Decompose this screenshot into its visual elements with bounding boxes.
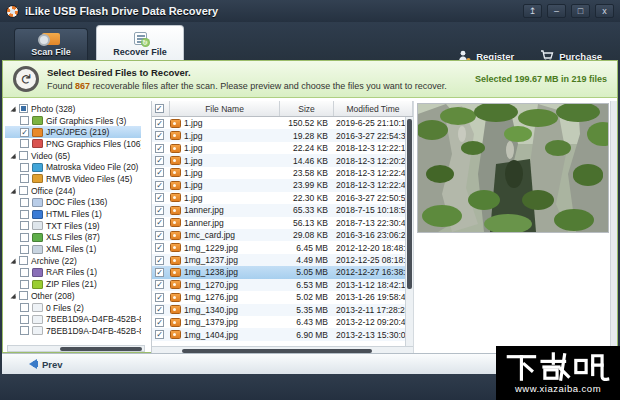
tree-item-other-208[interactable]: Other (208) bbox=[5, 290, 141, 302]
tree-item-zip-files-21[interactable]: ZIP Files (21) bbox=[5, 278, 141, 290]
expand-triangle-icon[interactable] bbox=[11, 106, 16, 111]
tree-checkbox[interactable] bbox=[19, 186, 28, 195]
tab-scan-file[interactable]: Scan File bbox=[14, 28, 88, 60]
tree-checkbox[interactable] bbox=[20, 163, 29, 172]
row-checkbox[interactable]: ✓ bbox=[155, 193, 164, 202]
tree-item-png-graphics-files-106[interactable]: PNG Graphics Files (106) bbox=[5, 138, 141, 150]
table-row[interactable]: ✓1.jpg22.30 KB2016-3-27 22:50:50 bbox=[152, 192, 413, 204]
tree-checkbox[interactable] bbox=[20, 233, 29, 242]
row-checkbox[interactable]: ✓ bbox=[155, 218, 164, 227]
expand-triangle-icon[interactable] bbox=[11, 188, 16, 193]
tree-checkbox[interactable] bbox=[20, 315, 29, 324]
tree-checkbox[interactable] bbox=[20, 116, 29, 125]
table-row[interactable]: ✓1.jpg14.46 KB2018-12-3 12:20:28 bbox=[152, 154, 413, 166]
row-checkbox[interactable]: ✓ bbox=[155, 156, 164, 165]
row-checkbox[interactable]: ✓ bbox=[155, 280, 164, 289]
tree-item-rmvb-video-files-45[interactable]: RMVB Video Files (45) bbox=[5, 173, 141, 185]
row-checkbox[interactable]: ✓ bbox=[155, 330, 164, 339]
tree-checkbox[interactable] bbox=[20, 221, 29, 230]
column-header-modified-time[interactable]: Modified Time bbox=[334, 101, 413, 116]
tree-item-7beb1d9a-d4fb-452b-881b-a1cec7d2[interactable]: 7BEB1D9A-D4FB-452B-881B-A1CEC7D2 bbox=[5, 313, 141, 325]
tree-checkbox[interactable] bbox=[20, 326, 29, 335]
select-all-checkbox-cell[interactable]: ✓ bbox=[152, 101, 170, 116]
table-horizontal-scroll-thumb[interactable] bbox=[182, 349, 372, 353]
tree-item-gif-graphics-files-3[interactable]: Gif Graphics Files (3) bbox=[5, 115, 141, 127]
tree-checkbox[interactable] bbox=[20, 210, 29, 219]
row-checkbox[interactable]: ✓ bbox=[155, 293, 164, 302]
tree-item-jpg-jpeg-219[interactable]: ✓JPG/JPEG (219) bbox=[5, 126, 141, 138]
table-row[interactable]: ✓1mg_1238.jpg5.05 MB2012-12-27 16:38:44 bbox=[152, 266, 413, 278]
table-row[interactable]: ✓1anner.jpg65.33 KB2018-7-15 10:18:58 bbox=[152, 204, 413, 216]
table-row[interactable]: ✓1.jpg23.58 KB2018-12-3 12:22:48 bbox=[152, 167, 413, 179]
tree-item-office-244[interactable]: Office (244) bbox=[5, 185, 141, 197]
tree-checkbox[interactable] bbox=[20, 268, 29, 277]
tree-item-xls-files-87[interactable]: XLS Files (87) bbox=[5, 232, 141, 244]
row-checkbox[interactable]: ✓ bbox=[155, 168, 164, 177]
row-checkbox[interactable]: ✓ bbox=[155, 256, 164, 265]
tree-checkbox[interactable] bbox=[19, 104, 28, 113]
tree-item-video-65[interactable]: Video (65) bbox=[5, 150, 141, 162]
table-vertical-scrollbar[interactable] bbox=[405, 117, 413, 346]
tree-item-rar-files-1[interactable]: RAR Files (1) bbox=[5, 267, 141, 279]
table-row[interactable]: ✓1anner.jpg56.13 KB2018-7-13 22:30:48 bbox=[152, 217, 413, 229]
tree-checkbox[interactable] bbox=[19, 151, 28, 160]
tree-checkbox[interactable] bbox=[20, 139, 29, 148]
minimize-button[interactable]: – bbox=[547, 4, 566, 18]
row-checkbox[interactable]: ✓ bbox=[155, 131, 164, 140]
table-row[interactable]: ✓1.jpg23.99 KB2018-12-3 12:22:42 bbox=[152, 179, 413, 191]
tree-item-0-files-2[interactable]: 0 Files (2) bbox=[5, 302, 141, 314]
table-row[interactable]: ✓1mc_card.jpg29.08 KB2016-3-16 23:06:28 bbox=[152, 229, 413, 241]
column-header-size[interactable]: Size bbox=[280, 101, 334, 116]
tree-item-html-files-1[interactable]: HTML Files (1) bbox=[5, 208, 141, 220]
tree-item-photo-328[interactable]: Photo (328) bbox=[5, 103, 141, 115]
table-row[interactable]: ✓1.jpg150.52 KB2019-6-25 21:10:14 bbox=[152, 117, 413, 129]
tree-checkbox[interactable] bbox=[20, 303, 29, 312]
sidebar-horizontal-scrollbar[interactable] bbox=[7, 345, 145, 352]
close-button[interactable]: x bbox=[595, 4, 614, 18]
table-row[interactable]: ✓1mg_1276.jpg5.02 MB2013-1-26 19:58:40 bbox=[152, 291, 413, 303]
row-checkbox[interactable]: ✓ bbox=[155, 206, 164, 215]
expand-triangle-icon[interactable] bbox=[11, 293, 16, 298]
tree-checkbox[interactable] bbox=[19, 291, 28, 300]
tree-item-archive-22[interactable]: Archive (22) bbox=[5, 255, 141, 267]
preview-vertical-scrollbar[interactable] bbox=[610, 101, 617, 354]
table-vertical-scroll-thumb[interactable] bbox=[407, 119, 412, 289]
row-checkbox[interactable]: ✓ bbox=[155, 243, 164, 252]
tree-checkbox[interactable] bbox=[20, 245, 29, 254]
maximize-button[interactable]: □ bbox=[571, 4, 590, 18]
table-row[interactable]: ✓1.jpg19.28 KB2016-3-27 22:54:34 bbox=[152, 129, 413, 141]
jpg-file-icon bbox=[32, 128, 43, 137]
row-checkbox[interactable]: ✓ bbox=[155, 231, 164, 240]
expand-triangle-icon[interactable] bbox=[11, 258, 16, 263]
tree-checkbox[interactable] bbox=[19, 256, 28, 265]
tree-item-doc-files-136[interactable]: DOC Files (136) bbox=[5, 197, 141, 209]
column-header-file-name[interactable]: File Name bbox=[170, 101, 280, 116]
table-row[interactable]: ✓1mg_1229.jpg6.45 MB2012-12-20 18:48:22 bbox=[152, 241, 413, 253]
tree-checkbox[interactable]: ✓ bbox=[20, 128, 29, 137]
tree-checkbox[interactable] bbox=[20, 174, 29, 183]
select-all-checkbox[interactable]: ✓ bbox=[155, 104, 164, 113]
row-checkbox[interactable]: ✓ bbox=[155, 144, 164, 153]
table-row[interactable]: ✓1mg_1379.jpg6.43 MB2013-2-12 09:20:40 bbox=[152, 316, 413, 328]
sidebar-horizontal-scroll-thumb[interactable] bbox=[60, 347, 142, 351]
tab-recover-file[interactable]: Recover File bbox=[96, 25, 184, 60]
table-row[interactable]: ✓1mg_1404.jpg6.90 MB2013-2-13 15:30:06 bbox=[152, 328, 413, 340]
row-checkbox[interactable]: ✓ bbox=[155, 181, 164, 190]
prev-button[interactable]: Prev bbox=[24, 359, 63, 370]
table-row[interactable]: ✓1mg_1237.jpg4.49 MB2012-12-25 08:18:20 bbox=[152, 254, 413, 266]
row-checkbox[interactable]: ✓ bbox=[155, 318, 164, 327]
table-row[interactable]: ✓1.jpg22.24 KB2018-12-3 12:22:14 bbox=[152, 142, 413, 154]
row-checkbox[interactable]: ✓ bbox=[155, 305, 164, 314]
tree-checkbox[interactable] bbox=[20, 198, 29, 207]
tree-item-txt-files-19[interactable]: TXT Files (19) bbox=[5, 220, 141, 232]
tree-item-xml-files-1[interactable]: XML Files (1) bbox=[5, 243, 141, 255]
tree-item-matroska-video-file-20[interactable]: Matroska Video File (20) bbox=[5, 161, 141, 173]
row-checkbox[interactable]: ✓ bbox=[155, 119, 164, 128]
upload-icon[interactable]: ↥ bbox=[523, 4, 542, 18]
expand-triangle-icon[interactable] bbox=[11, 153, 16, 158]
tree-checkbox[interactable] bbox=[20, 280, 29, 289]
tree-item-7beb1d9a-d4fb-452b-881b-a1cec7d2[interactable]: 7BEB1D9A-D4FB-452B-881B-A1CEC7D2 bbox=[5, 325, 141, 337]
table-row[interactable]: ✓1mg_1270.jpg6.53 MB2013-1-12 18:42:12 bbox=[152, 279, 413, 291]
row-checkbox[interactable]: ✓ bbox=[155, 268, 164, 277]
table-row[interactable]: ✓1mg_1340.jpg5.35 MB2013-2-11 17:28:24 bbox=[152, 304, 413, 316]
